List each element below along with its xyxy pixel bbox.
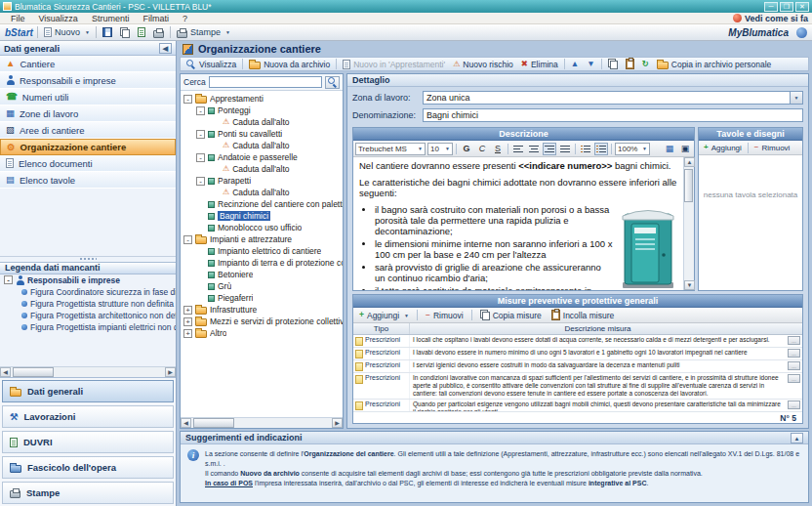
copia-misure-button[interactable]: Copia misure bbox=[477, 309, 545, 321]
table-row[interactable]: Prescrizioni I servizi igienici devono e… bbox=[353, 360, 802, 373]
scroll-up-button[interactable]: ▲ bbox=[684, 157, 695, 167]
tree-item[interactable]: Impianto elettrico di cantiere bbox=[181, 245, 343, 257]
menu-strumenti[interactable]: Strumenti bbox=[85, 14, 137, 23]
elimina-button[interactable]: ✖ Elimina bbox=[518, 58, 561, 70]
tree-item[interactable]: Grù bbox=[181, 280, 343, 292]
justify-button[interactable] bbox=[558, 143, 572, 155]
tree-item-selected[interactable]: Bagni chimici bbox=[181, 210, 343, 222]
tree-item[interactable]: Betoniere bbox=[181, 269, 343, 280]
tree-item[interactable]: ⚠Caduta dall'alto bbox=[181, 116, 343, 128]
zoom-select[interactable]: 100% ▼ bbox=[615, 143, 650, 155]
denominazione-input[interactable] bbox=[423, 108, 803, 122]
scroll-left-button[interactable]: ◀ bbox=[0, 367, 11, 377]
tree-item[interactable]: +Infrastrutture bbox=[181, 304, 343, 316]
print-preview-button[interactable] bbox=[136, 25, 147, 40]
scroll-down-button[interactable]: ▼ bbox=[684, 280, 695, 290]
row-edit-button[interactable]: … bbox=[788, 349, 800, 358]
row-edit-button[interactable]: … bbox=[788, 401, 800, 409]
incolla-misure-button[interactable]: Incolla misure bbox=[548, 309, 617, 321]
new-button[interactable]: Nuovo ▼ bbox=[42, 25, 92, 40]
video-help-button[interactable]: Vedi come si fa bbox=[733, 14, 808, 23]
tree-search-input[interactable] bbox=[209, 76, 322, 88]
tree-item[interactable]: -Apprestamenti bbox=[181, 93, 343, 105]
numbered-list-button[interactable] bbox=[579, 143, 592, 155]
search-button[interactable] bbox=[325, 76, 340, 89]
row-edit-button[interactable]: … bbox=[788, 336, 800, 345]
legend-entry[interactable]: Figura Progettista strutture non definit… bbox=[0, 298, 176, 310]
expand-icon[interactable]: + bbox=[183, 306, 192, 315]
scroll-left-button[interactable]: ◀ bbox=[181, 418, 191, 428]
sidebar-item-elenco-tavole[interactable]: ▤ Elenco tavole bbox=[0, 172, 176, 189]
tree-item[interactable]: +Mezzi e servizi di protezione collettiv… bbox=[181, 316, 343, 327]
align-center-button[interactable] bbox=[527, 143, 541, 155]
nuova-da-archivio-button[interactable]: Nuova da archivio bbox=[246, 58, 333, 70]
menu-filmati[interactable]: Filmati bbox=[136, 14, 176, 23]
nav-fascicolo-dell-opera[interactable]: Fascicolo dell'opera bbox=[2, 456, 174, 479]
tree-item[interactable]: Impianto di terra e di protezione contro… bbox=[181, 257, 343, 269]
sidebar-collapse-button[interactable]: ◀ bbox=[159, 43, 172, 54]
close-button[interactable]: ✕ bbox=[795, 2, 809, 12]
nuovo-rischio-button[interactable]: ⚠ Nuovo rischio bbox=[450, 58, 516, 70]
legend-root-item[interactable]: - Responsabili e imprese bbox=[0, 274, 176, 286]
align-right-button[interactable] bbox=[543, 143, 556, 155]
scroll-right-button[interactable]: ▶ bbox=[332, 418, 343, 428]
bold-button[interactable]: G bbox=[460, 143, 473, 155]
minimize-button[interactable]: ─ bbox=[764, 2, 778, 12]
collapse-icon[interactable]: - bbox=[183, 95, 192, 104]
sidebar-item-responsabili[interactable]: Responsabili e imprese bbox=[0, 72, 176, 89]
sidebar-item-numeri-utili[interactable]: ☎ Numeri utili bbox=[0, 89, 176, 105]
sidebar-item-cantiere[interactable]: ▲ Cantiere bbox=[0, 56, 176, 72]
insert-table-button[interactable]: ▦ bbox=[663, 143, 676, 155]
stampe-button[interactable]: Stampe ▼ bbox=[175, 25, 232, 40]
tree-item[interactable]: Piegaferri bbox=[181, 292, 343, 304]
move-down-button[interactable]: ▼ bbox=[584, 58, 597, 70]
italic-button[interactable]: C bbox=[475, 143, 489, 155]
account-button[interactable] bbox=[796, 27, 807, 38]
nav-duvri[interactable]: DUVRI bbox=[2, 431, 174, 453]
row-edit-button[interactable]: … bbox=[788, 374, 800, 383]
tree-horizontal-scrollbar[interactable]: ◀ ▶ bbox=[181, 417, 343, 428]
sidebar-item-zone-di-lavoro[interactable]: ▦ Zone di lavoro bbox=[0, 105, 176, 122]
copy-button[interactable] bbox=[118, 25, 132, 40]
move-up-button[interactable]: ▲ bbox=[568, 58, 582, 70]
table-row[interactable]: Prescrizioni I locali che ospitano i lav… bbox=[353, 335, 802, 348]
visualizza-button[interactable]: Visualizza bbox=[183, 58, 239, 70]
insert-image-button[interactable]: ▣ bbox=[678, 143, 692, 155]
menu-help[interactable]: ? bbox=[176, 14, 194, 23]
table-row[interactable]: Prescrizioni Quando per particolari esig… bbox=[353, 400, 802, 411]
nav-lavorazioni[interactable]: ⚒ Lavorazioni bbox=[2, 405, 174, 428]
refresh-button[interactable]: ↻ bbox=[639, 58, 652, 70]
legend-entry[interactable]: Figura Coordinatore sicurezza in fase di… bbox=[0, 286, 176, 298]
table-row[interactable]: Prescrizioni I lavabi devono essere in n… bbox=[353, 348, 802, 360]
sidebar-item-elenco-documenti[interactable]: Elenco documenti bbox=[0, 155, 176, 172]
chevron-down-icon[interactable]: ▼ bbox=[790, 92, 802, 104]
description-editor[interactable]: Nel cantiere dovranno essere presenti <<… bbox=[353, 157, 683, 290]
expand-icon[interactable]: + bbox=[183, 317, 192, 326]
nuovo-in-apprestamenti-button[interactable]: Nuovo in 'Apprestamenti' bbox=[340, 58, 448, 70]
legend-entry[interactable]: Figura Progettista impianti elettrici no… bbox=[0, 321, 176, 333]
sidebar-item-organizzazione-cantiere[interactable]: ⚙ Organizzazione cantiere bbox=[0, 139, 176, 155]
copia-archivio-personale-button[interactable]: Copia in archivio personale bbox=[654, 58, 775, 70]
nav-dati-generali[interactable]: Dati generali bbox=[2, 380, 174, 402]
sidebar-horizontal-scrollbar[interactable]: ◀ ▶ bbox=[0, 366, 176, 377]
collapse-icon[interactable]: - bbox=[196, 177, 205, 186]
misure-rimuovi-button[interactable]: − Rimuovi bbox=[423, 309, 467, 321]
collapse-icon[interactable]: - bbox=[196, 130, 205, 139]
zona-di-lavoro-select[interactable]: Zona unica ▼ bbox=[423, 91, 803, 105]
bullet-list-button[interactable] bbox=[594, 143, 608, 155]
tavole-rimuovi-button[interactable]: − Rimuovi bbox=[751, 142, 793, 154]
legend-entry[interactable]: Figura Progettista architettonico non de… bbox=[0, 310, 176, 321]
menu-visualizza[interactable]: Visualizza bbox=[32, 14, 85, 23]
nav-stampe[interactable]: Stampe bbox=[2, 482, 174, 504]
tree-item[interactable]: -Impianti e attrezzature bbox=[181, 233, 343, 245]
menu-file[interactable]: File bbox=[4, 14, 32, 23]
underline-button[interactable]: S bbox=[491, 143, 505, 155]
collapse-icon[interactable]: - bbox=[4, 275, 13, 284]
tree-item[interactable]: -Parapetti bbox=[181, 175, 343, 187]
suggestions-collapse-button[interactable]: ▲ bbox=[791, 433, 803, 443]
collapse-icon[interactable]: - bbox=[196, 106, 205, 115]
scrollbar-thumb[interactable] bbox=[684, 169, 693, 202]
tavole-aggiungi-button[interactable]: + Aggiungi bbox=[701, 142, 745, 154]
save-button[interactable] bbox=[101, 25, 114, 40]
tree-item[interactable]: ⚠Caduta dall'alto bbox=[181, 163, 343, 175]
